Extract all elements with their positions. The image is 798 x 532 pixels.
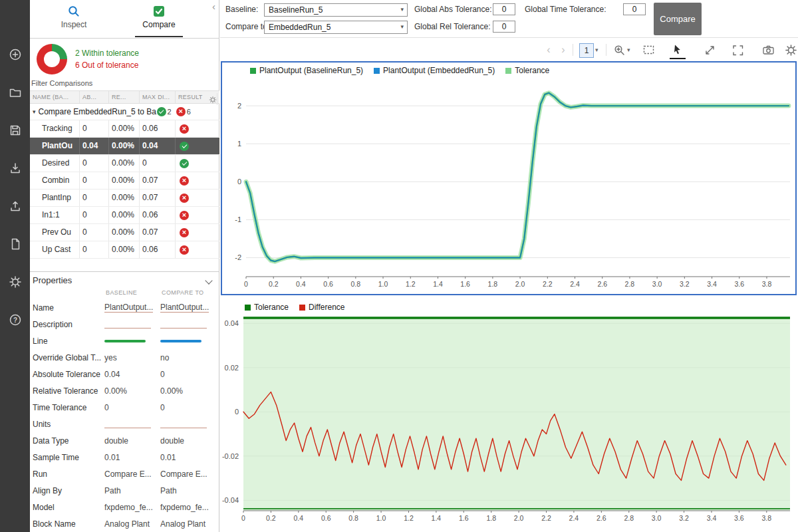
back-arrow-icon[interactable]: ‹: [541, 42, 557, 58]
baseline-value[interactable]: PlantOutput...: [104, 303, 160, 313]
svg-text:1.0: 1.0: [378, 280, 388, 288]
baseline-editable-field[interactable]: PlantOutput...: [104, 303, 153, 313]
forward-arrow-icon[interactable]: ›: [555, 42, 571, 58]
global-abs-tolerance-input[interactable]: [493, 3, 515, 15]
baseline-editable-field[interactable]: [104, 418, 151, 428]
compare-value: double: [160, 436, 219, 446]
import-icon[interactable]: [0, 154, 30, 183]
compare-editable-field[interactable]: [160, 418, 207, 428]
comparison-row-plantou[interactable]: PlantOu0.040.00%0.04: [30, 138, 219, 155]
comparison-group-row[interactable]: ▾ Compare EmbeddedRun_5 to Ba... 2 6: [30, 104, 219, 120]
tab-inspect[interactable]: Inspect: [42, 5, 106, 29]
col-maxdiff[interactable]: MAX DI...: [140, 91, 176, 103]
property-row-description: Description: [30, 316, 219, 332]
result-cell: [176, 120, 219, 137]
col-rel[interactable]: RE...: [109, 91, 140, 103]
difference-plot[interactable]: Tolerance Difference 0.040.020-0.02-0.04…: [219, 301, 798, 532]
fullscreen-icon[interactable]: [730, 42, 745, 58]
properties-header[interactable]: Properties: [30, 271, 219, 288]
legend-item[interactable]: Tolerance: [505, 66, 549, 75]
fit-to-view-icon[interactable]: [640, 42, 656, 58]
property-row-block-name: Block NameAnalog PlantAnalog Plant: [30, 515, 219, 532]
baseline-value[interactable]: [104, 319, 160, 331]
comparison-row-tracking[interactable]: Tracking00.00%0.06: [30, 120, 219, 138]
baseline-run-dropdown[interactable]: BaselineRun_5 ▾: [264, 3, 408, 17]
tab-compare[interactable]: Compare: [127, 5, 191, 29]
baseline-editable-field[interactable]: [104, 319, 151, 329]
signal-comparison-canvas[interactable]: 210-1-200.20.40.60.81.01.21.41.61.82.02.…: [222, 63, 795, 294]
properties-rows: NamePlantOutput...PlantOutput...Descript…: [30, 299, 219, 532]
property-label: Time Tolerance: [30, 403, 104, 412]
legend-item[interactable]: PlantOutput (BaselineRun_5): [250, 66, 363, 75]
property-row-units: Units: [30, 416, 219, 432]
value-cell: 0: [80, 224, 109, 241]
preferences-icon[interactable]: [0, 267, 30, 297]
add-icon[interactable]: [0, 40, 30, 69]
create-report-icon[interactable]: [0, 229, 30, 259]
legend-item[interactable]: Difference: [299, 303, 344, 312]
global-rel-tolerance-input[interactable]: [493, 21, 515, 33]
legend-item[interactable]: PlantOutput (EmbeddedRun_5): [374, 66, 495, 75]
baseline-value: 0.04: [104, 370, 160, 379]
value-cell: 0.00%: [109, 207, 140, 223]
compare-value[interactable]: PlantOutput...: [160, 303, 219, 313]
svg-text:-1: -1: [235, 215, 241, 223]
comparison-row-up-cast[interactable]: Up Cast00.00%0.06: [30, 241, 219, 259]
subplot-layout-value: 1: [585, 46, 589, 55]
save-icon[interactable]: [0, 116, 30, 145]
filter-comparisons[interactable]: Filter Comparisons: [31, 79, 92, 87]
svg-text:0.4: 0.4: [294, 514, 304, 522]
zoom-caret-icon[interactable]: ▾: [627, 47, 630, 53]
help-icon[interactable]: ?: [0, 305, 30, 334]
result-cell: [176, 241, 219, 258]
property-label: Block Name: [30, 519, 104, 529]
signal-name-cell: Prev Ou: [30, 224, 80, 241]
comparison-row-prev-ou[interactable]: Prev Ou00.00%0.07: [30, 224, 219, 241]
within-tolerance-count: 2 Within tolerance: [75, 49, 139, 58]
svg-text:0: 0: [241, 514, 245, 522]
difference-canvas[interactable]: 0.040.020-0.02-0.0400.20.40.60.81.01.21.…: [219, 301, 798, 532]
compare-editable-field[interactable]: [160, 319, 207, 329]
baseline-line-sample[interactable]: [104, 340, 146, 342]
signal-name-cell: Combin: [30, 172, 80, 189]
comparison-row-combin[interactable]: Combin00.00%0.07: [30, 172, 219, 190]
baseline-value: fxpdemo_fe...: [104, 503, 160, 512]
global-rel-tolerance-label: Global Rel Tolerance:: [414, 22, 491, 31]
snapshot-camera-icon[interactable]: [760, 42, 776, 58]
value-cell: 0.00%: [109, 224, 140, 241]
comparison-row-desired[interactable]: Desired00.00%0: [30, 155, 219, 172]
compare-editable-field[interactable]: PlantOutput...: [160, 303, 209, 313]
open-icon[interactable]: [0, 78, 30, 107]
compare-run-dropdown[interactable]: EmbeddedRun_5 ▾: [264, 21, 408, 34]
compare-value[interactable]: [160, 319, 219, 331]
legend-item[interactable]: Tolerance: [245, 303, 289, 312]
baseline-value[interactable]: [104, 418, 160, 430]
baseline-run-value: BaselineRun_5: [269, 5, 323, 15]
global-time-tolerance-input[interactable]: [623, 3, 646, 15]
property-label: Description: [30, 320, 104, 329]
compare-value[interactable]: [160, 418, 219, 430]
expand-plot-icon[interactable]: [702, 42, 718, 58]
zoom-in-icon[interactable]: [611, 42, 627, 58]
export-icon[interactable]: [0, 192, 30, 221]
tolerance-donut-chart: [37, 44, 67, 74]
svg-text:0: 0: [237, 178, 241, 186]
subplot-layout-button[interactable]: 1: [579, 43, 594, 58]
compare-line-sample[interactable]: [160, 340, 201, 342]
baseline-value: double: [104, 436, 160, 446]
comparison-row-in1-1[interactable]: In1:100.00%0.06: [30, 207, 219, 224]
col-name[interactable]: NAME (BA...: [30, 91, 80, 103]
collapse-panel-icon[interactable]: ‹: [212, 1, 215, 12]
layout-caret-icon[interactable]: ▾: [595, 47, 598, 53]
expand-caret-icon[interactable]: ▾: [33, 108, 36, 115]
compare-button[interactable]: Compare: [654, 3, 702, 35]
baseline-value: 0: [104, 403, 160, 412]
value-cell: 0: [80, 120, 109, 137]
comparison-plot[interactable]: PlantOutput (BaselineRun_5) PlantOutput …: [221, 61, 797, 295]
svg-text:2.0: 2.0: [514, 514, 524, 522]
plot-settings-gear-icon[interactable]: [783, 42, 798, 58]
col-abs[interactable]: AB...: [80, 91, 109, 103]
property-row-time-tolerance: Time Tolerance00: [30, 399, 219, 416]
pointer-tool-icon[interactable]: [670, 42, 686, 59]
comparison-row-plantinp[interactable]: PlantInp00.00%0.07: [30, 190, 219, 207]
